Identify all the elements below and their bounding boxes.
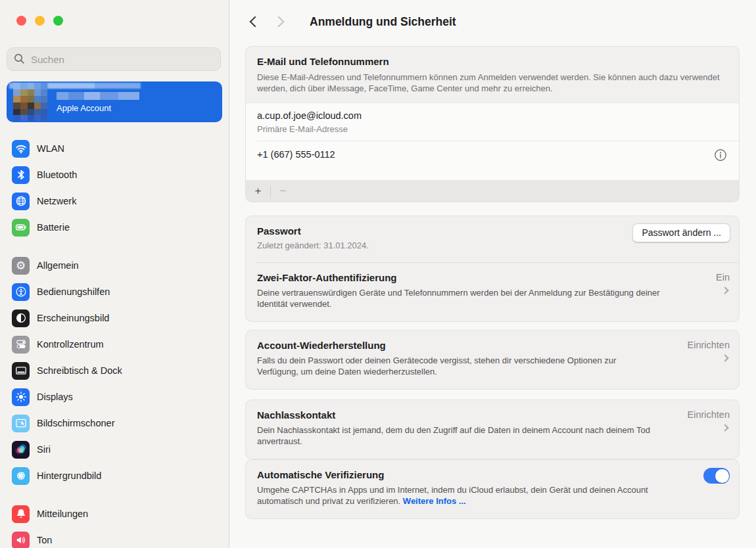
sidebar-item-erscheinungsbild[interactable]: Erscheinungsbild [7, 305, 222, 331]
email-row[interactable]: a.cup.of.joe@icloud.com Primäre E-Mail-A… [246, 103, 739, 141]
row-description: Falls du dein Passwort oder deinen Gerät… [257, 355, 651, 377]
sidebar-item-wlan[interactable]: WLAN [7, 135, 222, 162]
email-card-title: E-Mail und Telefonnummern [257, 56, 728, 67]
sidebar-item-label: Bluetooth [37, 170, 77, 180]
pixelated-avatar [13, 83, 47, 121]
sidebar-item-label: Batterie [37, 222, 70, 233]
card-account-recovery: Account-Wiederherstellung Falls du dein … [245, 330, 740, 390]
wifi-icon [12, 140, 30, 158]
sidebar-item-displays[interactable]: Displays [7, 384, 222, 410]
sidebar-item-label: Schreibtisch & Dock [37, 365, 122, 376]
forward-button[interactable] [272, 13, 289, 30]
password-last-changed: Zuletzt geändert: 31.01.2024. [257, 240, 728, 250]
row-title: Account-Wiederherstellung [257, 340, 728, 351]
redacted-name-blur [57, 92, 139, 100]
card-email-phone: E-Mail und Telefonnummern Diese E-Mail-A… [245, 46, 740, 202]
two-factor-status: Ein [716, 272, 730, 283]
phone-number: +1 (667) 555-0112 [257, 149, 335, 160]
screensaver-icon [12, 415, 30, 432]
minimize-button[interactable] [35, 16, 45, 26]
chevron-right-icon [721, 354, 728, 361]
sidebar-item-label: Kontrollzentrum [37, 339, 104, 350]
close-button[interactable] [16, 16, 26, 26]
sidebar-item-batterie[interactable]: Batterie [7, 214, 222, 240]
siri-icon [12, 441, 30, 459]
wallpaper-icon [12, 467, 30, 485]
sun-icon [12, 388, 30, 406]
automatic-verification-toggle[interactable] [703, 468, 730, 484]
sidebar-item-bedienungshilfen[interactable]: Bedienungshilfen [7, 279, 222, 305]
sidebar-item-mitteilungen[interactable]: Mitteilungen [7, 501, 222, 527]
page-title: Anmeldung und Sicherheit [310, 15, 456, 29]
sidebar-item-allgemein[interactable]: ⚙Allgemein [7, 252, 222, 279]
automatic-verification-row: Automatische Verifizierung Umgehe CAPTCH… [246, 460, 739, 518]
password-row: Passwort Zuletzt geändert: 31.01.2024. P… [246, 216, 739, 262]
sidebar-item-label: Hintergrundbild [37, 470, 101, 481]
system-settings-window: Apple Account WLANBluetoothNetzwerkBatte… [0, 0, 756, 548]
sidebar-item-label: Bildschirmschoner [37, 418, 114, 428]
sidebar-item-label: Erscheinungsbild [37, 313, 109, 323]
two-factor-row[interactable]: Zwei-Faktor-Authentifizierung Deine vert… [246, 263, 739, 321]
sidebar-item-label: Siri [37, 444, 51, 455]
sidebar-item-label: Mitteilungen [37, 509, 88, 519]
toggle-knob [715, 469, 729, 483]
settings-pane: Anmeldung und Sicherheit E-Mail und Tele… [229, 0, 756, 548]
phone-row[interactable]: +1 (667) 555-0112 [246, 141, 739, 180]
two-factor-title: Zwei-Faktor-Authentifizierung [257, 272, 728, 283]
setting-row[interactable]: Account-Wiederherstellung Falls du dein … [246, 331, 739, 389]
detail-cards: Account-Wiederherstellung Falls du dein … [245, 330, 740, 459]
bell-icon [12, 505, 30, 523]
card-legacy-contact: Nachlasskontakt Dein Nachlasskontakt ist… [245, 400, 740, 459]
back-button[interactable] [245, 13, 262, 30]
globe-icon [12, 193, 30, 210]
row-title: Nachlasskontakt [257, 409, 728, 421]
sidebar-item-label: Netzwerk [37, 196, 76, 206]
sidebar-item-bildschirmschoner[interactable]: Bildschirmschoner [7, 410, 222, 436]
change-password-button[interactable]: Passwort ändern ... [633, 224, 730, 242]
sidebar-item-label: Allgemein [37, 260, 79, 271]
sidebar: Apple Account WLANBluetoothNetzwerkBatte… [0, 0, 229, 548]
automatic-verification-title: Automatische Verifizierung [257, 469, 728, 480]
sidebar-item-netzwerk[interactable]: Netzwerk [7, 188, 222, 214]
bluetooth-icon [12, 166, 30, 184]
email-subtitle: Primäre E-Mail-Adresse [257, 124, 728, 134]
chevron-right-icon [721, 286, 728, 294]
sidebar-item-siri[interactable]: Siri [7, 436, 222, 463]
sidebar-item-label: Bedienungshilfen [37, 286, 110, 297]
row-value: Einrichten [688, 409, 730, 420]
battery-icon [12, 219, 30, 237]
speaker-icon [12, 532, 30, 548]
sidebar-item-hintergrundbild[interactable]: Hintergrundbild [7, 463, 222, 489]
appearance-icon [12, 309, 30, 327]
automatic-verification-description: Umgehe CAPTCHAs in Apps und im Internet,… [257, 484, 691, 507]
chevron-right-icon [273, 16, 285, 28]
page-header: Anmeldung und Sicherheit [245, 12, 740, 32]
apple-account-label: Apple Account [57, 103, 139, 113]
zoom-button[interactable] [53, 16, 63, 26]
sidebar-item-kontrollzentrum[interactable]: Kontrollzentrum [7, 331, 222, 357]
list-edit-bar: + − [246, 181, 739, 202]
email-address: a.cup.of.joe@icloud.com [257, 110, 728, 121]
add-button[interactable]: + [246, 181, 270, 202]
info-icon[interactable] [713, 148, 728, 162]
remove-button[interactable]: − [271, 181, 295, 202]
two-factor-description: Deine vertrauenswürdigen Geräte und Tele… [257, 287, 684, 309]
search-input[interactable] [7, 47, 221, 71]
sidebar-item-label: Displays [37, 392, 73, 402]
gear-icon: ⚙ [12, 257, 30, 275]
email-card-header: E-Mail und Telefonnummern Diese E-Mail-A… [246, 47, 739, 103]
sidebar-item-label: WLAN [37, 143, 64, 154]
sidebar-group: ⚙AllgemeinBedienungshilfenErscheinungsbi… [7, 252, 222, 489]
window-controls [0, 0, 229, 26]
setting-row[interactable]: Nachlasskontakt Dein Nachlasskontakt ist… [246, 400, 739, 459]
chevron-right-icon [721, 424, 728, 431]
sidebar-item-label: Ton [37, 535, 52, 545]
chevron-left-icon [250, 16, 261, 28]
sidebar-item-bluetooth[interactable]: Bluetooth [7, 162, 222, 188]
sidebar-item-apple-account[interactable]: Apple Account [7, 81, 222, 122]
sidebar-item-ton[interactable]: Ton [7, 527, 222, 548]
row-description: Dein Nachlasskontakt ist jemand, dem du … [257, 424, 665, 447]
learn-more-link[interactable]: Weitere Infos ... [403, 496, 466, 506]
sidebar-item-schreibtisch-dock[interactable]: Schreibtisch & Dock [7, 357, 222, 384]
desktop-dock-icon [12, 362, 30, 380]
